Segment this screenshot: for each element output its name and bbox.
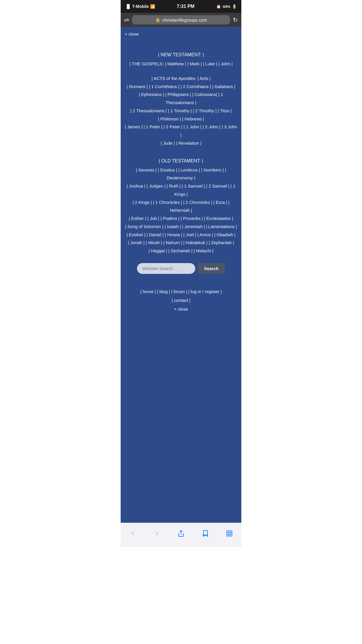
epistles2-links: | Ephesians | | Philippians | | Colossia… [125,90,237,107]
reload-button[interactable]: ↻ [233,16,238,23]
old-testament-header: | OLD TESTAMENT: | [125,158,237,164]
search-area: Search [125,263,237,274]
epistles1-links: | Romans | | 1 Corinthians | | 2 Corinth… [125,83,237,91]
close-top-button[interactable]: × close [125,32,237,36]
acts-links: | ACTS of the Apostles: | Acts | [125,74,237,83]
battery-area: ⏰ 44% 🔋 [216,4,237,9]
epistles1-text: | Romans | | 1 Corinthians | | 2 Corinth… [126,84,235,89]
time-display: 7:31 PM [177,4,194,9]
footer-nav-links: | home | | blog | | forum | | log in / r… [125,287,237,305]
address-bar: aA 🔒 christianlifegroups.com ↻ [121,13,241,27]
ot-row2: | Joshua | | Judges | | Ruth | | 1 Samue… [125,182,237,198]
epistles3-links: | 2 Thessalonians | | 1 Timothy | | 2 Ti… [125,107,237,115]
signal-bars: ▐▌ [125,4,131,9]
battery-icon: 🔋 [232,4,237,9]
svg-rect-3 [230,534,232,536]
epistles5-links: | James | | 1 Peter | | 2 Peter | | 1 Jo… [125,123,237,139]
footer-contact-link: | contact | [125,296,237,305]
epistles3-text: | 2 Thessalonians | | 1 Timothy | | 2 Ti… [130,108,232,113]
epistles4-links: | Philemon | | Hebrews | [125,115,237,123]
gospels-text: | THE GOSPELS: | Matthew | | Mark | | Lu… [129,61,233,66]
carrier-signal: ▐▌ T-Mobile 📶 [125,4,155,9]
gospels-links: | THE GOSPELS: | Matthew | | Mark | | Lu… [125,60,237,68]
battery-percent: 44% [223,4,230,9]
search-input[interactable] [137,263,195,274]
ot-row6: | Ezekiel | | Daniel | | Hosea | | Joel … [125,231,237,239]
bookmarks-button[interactable] [199,527,212,540]
alarm-icon: ⏰ [216,4,221,9]
epistles6-text: | Jude | | Revelation | [161,141,201,146]
url-text: christianlifegroups.com [162,18,207,22]
main-content: × close | NEW TESTAMENT: | | THE GOSPELS… [121,27,241,523]
svg-rect-4 [227,534,229,536]
svg-rect-1 [227,531,229,533]
epistles5-text: | James | | 1 Peter | | 2 Peter | | 1 Jo… [125,124,237,137]
carrier-name: T-Mobile [132,4,149,9]
ot-row5: | Song of Solomon | | Isaiah | | Jeremia… [125,223,237,231]
font-size-control[interactable]: aA [124,18,129,22]
acts-text: | ACTS of the Apostles: | Acts | [152,76,211,81]
search-button[interactable]: Search [198,263,225,274]
tabs-button[interactable] [223,527,236,540]
share-button[interactable] [175,527,187,540]
footer-main-links: | home | | blog | | forum | | log in / r… [125,287,237,296]
epistles4-text: | Philemon | | Hebrews | [158,116,204,121]
ot-row4: | Esther | | Job | | Psalms | | Proverbs… [125,214,237,223]
svg-rect-2 [230,531,232,533]
forward-button[interactable] [150,527,163,540]
close-bottom-button[interactable]: × close [125,307,237,312]
epistles2-text: | Ephesians | | Philippians | | Colossia… [139,92,223,105]
epistles6-links: | Jude | | Revelation | [125,139,237,147]
url-field[interactable]: 🔒 christianlifegroups.com [132,15,230,24]
back-button[interactable] [126,527,139,540]
safari-toolbar [121,523,241,547]
new-testament-header: | NEW TESTAMENT: | [125,52,237,57]
status-bar: ▐▌ T-Mobile 📶 7:31 PM ⏰ 44% 🔋 [121,0,241,13]
ot-row3: | 2 Kings | | 1 Chronicles | | 2 Chronic… [125,198,237,215]
wifi-icon: 📶 [150,4,155,9]
ot-row7: | Jonah | | Micah | | Nahum | | Habakkuk… [125,239,237,247]
ot-row8: | Haggai | | Zechariah | | Malachi | [125,247,237,255]
ot-row1: | Genesis | | Exodus | | Leviticus | | N… [125,166,237,182]
lock-icon: 🔒 [155,17,161,22]
